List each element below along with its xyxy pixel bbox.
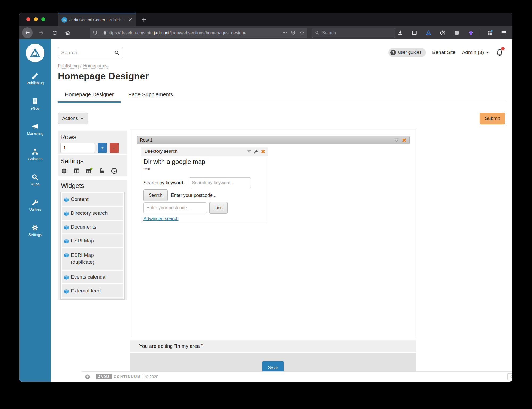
settings-title: Settings <box>60 157 125 165</box>
url-bar[interactable]: https://develop-cms.ntn.jadu.net/jadu/we… <box>90 28 307 38</box>
account-icon[interactable] <box>438 28 447 38</box>
browser-search-input[interactable] <box>322 30 381 35</box>
widget-item-documents[interactable]: Documents <box>62 221 123 233</box>
advanced-search-link[interactable]: Advanced search <box>143 216 178 221</box>
zoom-window-button[interactable] <box>41 17 45 21</box>
user-guides-button[interactable]: ? user guides <box>388 48 426 57</box>
sidebar-item-marketing[interactable]: Marketing <box>27 123 43 136</box>
clock-icon[interactable] <box>110 167 118 175</box>
sidebar-item-rupa[interactable]: Rupa <box>31 173 39 186</box>
sidebar-item-egov[interactable]: eGov <box>31 98 39 110</box>
forward-button[interactable] <box>36 28 46 38</box>
widget-item-events-calendar[interactable]: Events calendar <box>62 271 123 283</box>
keyword-input[interactable] <box>189 177 251 188</box>
widget-item-external-feed[interactable]: External feed <box>62 284 123 297</box>
widget-header[interactable]: Directory search <box>141 147 268 156</box>
svg-text:ax: ax <box>427 32 430 35</box>
bee-extension-icon[interactable] <box>466 28 476 38</box>
widget-brick-icon <box>63 196 69 203</box>
save-bar: Save <box>130 353 416 371</box>
directory-search-widget[interactable]: Directory search <box>141 147 268 222</box>
page-title: Homepage Designer <box>58 71 149 81</box>
breadcrumb-link-publishing[interactable]: Publishing <box>58 63 79 69</box>
add-row-button[interactable]: + <box>98 143 107 153</box>
widget-item-content[interactable]: Content <box>62 193 123 206</box>
downloads-icon[interactable] <box>395 28 405 38</box>
delete-widget-icon[interactable] <box>261 149 266 154</box>
remove-row-button[interactable]: - <box>110 143 119 153</box>
layout-add-icon[interactable] <box>85 167 93 175</box>
app-search-input[interactable] <box>61 50 114 56</box>
layout-icon[interactable] <box>73 167 80 175</box>
rows-count-input[interactable] <box>60 143 95 153</box>
delete-row-icon[interactable] <box>402 138 407 143</box>
postcode-label: Enter your postcode... <box>171 193 216 198</box>
tab-homepage-designer[interactable]: Homepage Designer <box>58 89 121 103</box>
breadcrumb-link-homepages[interactable]: Homepages <box>83 63 108 69</box>
row-header[interactable]: Row 1 <box>137 136 410 144</box>
widget-item-directory-search[interactable]: Directory search <box>62 207 123 220</box>
sidebar-toggle-icon[interactable] <box>410 28 419 38</box>
widget-item-partial[interactable] <box>62 298 123 300</box>
minimize-window-button[interactable] <box>34 17 38 21</box>
browser-tab[interactable]: Jadu Control Center : Publishing <box>58 13 136 26</box>
tab-page-supplements[interactable]: Page Supplements <box>121 89 180 103</box>
tab-favicon-icon <box>61 17 67 23</box>
jadu-logo[interactable] <box>26 44 44 62</box>
widgets-panel: Widgets Content Directory search Docu <box>58 180 127 300</box>
submit-button[interactable]: Submit <box>480 113 505 124</box>
account-menu[interactable]: Admin (3) <box>462 49 489 55</box>
widget-item-esri-map[interactable]: ESRI Map <box>62 234 123 247</box>
tracking-shield-icon[interactable] <box>93 30 98 35</box>
gear-icon[interactable] <box>60 167 68 175</box>
widget-brick-icon <box>63 274 69 280</box>
sidebar-item-settings[interactable]: Settings <box>28 224 42 237</box>
sidebar-item-publishing[interactable]: Publishing <box>27 72 44 85</box>
axe-devtools-icon[interactable]: ax <box>424 28 433 38</box>
actions-button[interactable]: Actions <box>58 113 88 124</box>
gear-icon <box>31 224 39 231</box>
menu-hamburger-icon[interactable] <box>499 28 509 38</box>
postcode-input[interactable] <box>143 202 207 213</box>
collapse-row-icon[interactable] <box>394 138 399 142</box>
browser-search-bar[interactable] <box>312 28 395 38</box>
reload-button[interactable] <box>50 28 59 38</box>
bookmark-star-icon[interactable] <box>299 30 304 35</box>
save-button[interactable]: Save <box>262 361 284 371</box>
app-search-box[interactable] <box>58 47 123 58</box>
unlock-icon[interactable] <box>98 167 105 175</box>
question-icon: ? <box>390 50 396 55</box>
url-text[interactable]: https://develop-cms.ntn.jadu.net/jadu/we… <box>107 30 281 35</box>
protections-badge-icon[interactable] <box>291 30 296 35</box>
back-button[interactable] <box>22 27 33 38</box>
tab-close-icon[interactable] <box>127 17 133 22</box>
breadcrumb: Publishing/Homepages <box>58 63 108 69</box>
search-icon[interactable] <box>114 50 120 56</box>
widgets-title: Widgets <box>61 182 125 189</box>
widget-item-esri-map-duplicate[interactable]: ESRI Map (duplicate) <box>62 248 123 270</box>
notification-dot <box>501 47 505 50</box>
pencil-icon <box>31 72 39 80</box>
designer-canvas: Row 1 Directory search <box>130 130 416 338</box>
home-button[interactable] <box>63 28 73 38</box>
sidebar-item-galaxies[interactable]: Galaxies <box>28 148 42 161</box>
widget-brick-icon <box>63 238 69 244</box>
notifications-button[interactable] <box>496 48 504 57</box>
widget-header-label: Directory search <box>145 149 178 154</box>
new-tab-button[interactable] <box>140 15 148 23</box>
scroll-top-icon[interactable] <box>85 374 90 379</box>
overflow-menu-icon[interactable] <box>283 31 287 35</box>
configure-widget-icon[interactable] <box>254 149 258 154</box>
sidebar-item-utilities[interactable]: Utilities <box>29 199 41 212</box>
lock-icon[interactable] <box>103 31 107 35</box>
collapse-widget-icon[interactable] <box>247 150 251 154</box>
find-button[interactable]: Find <box>209 202 228 214</box>
editing-note: You are editing "In my area " <box>130 340 416 352</box>
extensions-icon[interactable] <box>485 28 494 38</box>
search-button[interactable]: Search <box>143 189 168 201</box>
copyright: © 2020 <box>145 374 158 379</box>
widget-list[interactable]: Content Directory search Documents <box>60 192 125 300</box>
proxy-globe-icon[interactable] <box>452 28 461 38</box>
close-window-button[interactable] <box>26 17 30 21</box>
online-status-badge: ONLINE NOW <box>507 373 512 380</box>
